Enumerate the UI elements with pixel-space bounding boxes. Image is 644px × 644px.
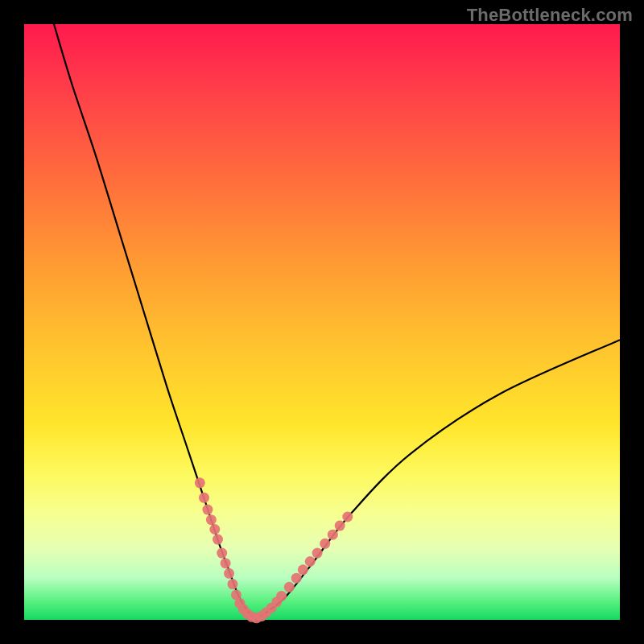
marker-dot xyxy=(209,524,220,535)
chart-frame: TheBottleneck.com xyxy=(0,0,644,644)
marker-dot xyxy=(213,535,223,545)
marker-group xyxy=(195,477,353,623)
marker-dot xyxy=(217,548,227,559)
marker-dot xyxy=(284,582,295,592)
marker-dot xyxy=(328,530,338,540)
marker-dot xyxy=(320,539,330,549)
marker-dot xyxy=(221,558,231,568)
marker-dot xyxy=(228,579,238,589)
marker-dot xyxy=(195,477,205,488)
marker-dot xyxy=(206,514,217,525)
marker-dot xyxy=(342,511,353,522)
marker-dot xyxy=(305,556,316,567)
marker-dot xyxy=(312,548,323,559)
plot-area xyxy=(24,24,620,620)
marker-dot xyxy=(298,564,308,575)
curve-svg xyxy=(24,24,620,620)
marker-dot xyxy=(202,505,213,515)
marker-dot xyxy=(199,493,209,503)
marker-dot xyxy=(224,568,234,579)
marker-dot xyxy=(291,573,302,584)
marker-dot xyxy=(335,521,345,531)
marker-dot xyxy=(276,591,287,601)
watermark-text: TheBottleneck.com xyxy=(467,5,633,26)
